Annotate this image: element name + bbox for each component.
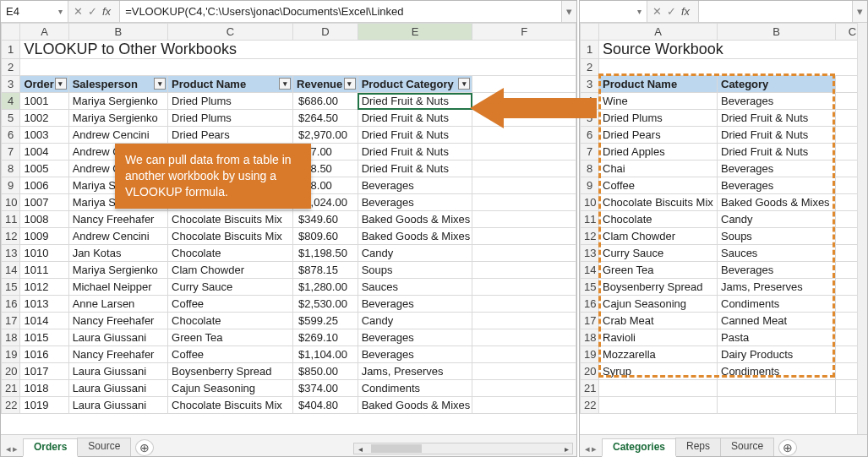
scroll-left-icon[interactable]: ◂ (354, 444, 366, 454)
fx-icon[interactable]: fx (681, 5, 693, 18)
cell-category[interactable]: Candy (718, 211, 836, 228)
cell-revenue[interactable]: 264.50 (293, 110, 358, 127)
cell-category[interactable]: Dried Fruit & Nuts (358, 110, 472, 127)
cell-order[interactable]: 1015 (20, 329, 68, 346)
fx-icon[interactable]: fx (102, 5, 114, 18)
cell-product[interactable]: Coffee (168, 296, 293, 313)
row-header[interactable]: 2 (2, 59, 20, 76)
cell-order[interactable]: 1001 (20, 93, 68, 110)
col-header-B[interactable]: B (718, 24, 836, 41)
cell-revenue[interactable]: 269.10 (293, 329, 358, 346)
row-header[interactable]: 15 (581, 279, 599, 296)
cell-category[interactable]: Jams, Preserves (358, 363, 472, 380)
filter-dropdown-icon[interactable]: ▾ (154, 78, 166, 90)
cell[interactable] (20, 59, 576, 76)
cell-category[interactable]: Baked Goods & Mixes (358, 211, 472, 228)
row-header[interactable]: 10 (581, 194, 599, 211)
row-header[interactable]: 20 (581, 363, 599, 380)
row-header[interactable]: 7 (581, 144, 599, 160)
row-header[interactable]: 7 (2, 144, 20, 160)
cell-category[interactable]: Dried Fruit & Nuts (718, 144, 836, 160)
cell-category[interactable]: Sauces (718, 245, 836, 262)
cancel-icon[interactable]: ✕ (652, 5, 662, 18)
cell-product[interactable]: Syrup (599, 363, 718, 380)
table-header[interactable]: Product Category▾ (358, 76, 472, 93)
cell-salesperson[interactable]: Mariya Sergienko (68, 110, 167, 127)
cell[interactable] (472, 262, 576, 279)
cell[interactable] (472, 144, 576, 160)
row-header[interactable]: 19 (581, 346, 599, 363)
cell[interactable] (472, 313, 576, 329)
page-title[interactable]: VLOOKUP to Other Workbooks (20, 41, 576, 59)
formula-input[interactable] (699, 1, 852, 22)
horizontal-scrollbar[interactable]: ◂ ▸ (353, 443, 573, 454)
tab-nav[interactable]: ◂ ▸ (583, 443, 602, 456)
select-all-cell[interactable] (581, 24, 599, 41)
filter-dropdown-icon[interactable]: ▾ (55, 78, 67, 90)
name-box-dropdown-icon[interactable]: ▾ (637, 7, 641, 16)
cell-salesperson[interactable]: Andrew Cencini (68, 127, 167, 144)
table-header[interactable]: Product Name▾ (168, 76, 293, 93)
tab-orders[interactable]: Orders (23, 438, 78, 457)
cell-product[interactable]: Wine (599, 93, 718, 110)
cell-category[interactable]: Candy (358, 245, 472, 262)
row-header[interactable]: 20 (2, 363, 20, 380)
cell[interactable] (472, 194, 576, 211)
row-header[interactable]: 14 (2, 262, 20, 279)
cell-product[interactable]: Chocolate (599, 211, 718, 228)
col-header-B[interactable]: B (68, 24, 167, 41)
col-header-C[interactable]: C (168, 24, 293, 41)
cell[interactable] (472, 160, 576, 177)
cell-category[interactable]: Beverages (358, 346, 472, 363)
cell-category[interactable]: Jams, Preserves (718, 279, 836, 296)
cell-product[interactable]: Green Tea (168, 329, 293, 346)
cell[interactable] (599, 397, 718, 414)
row-header[interactable]: 6 (2, 127, 20, 144)
row-header[interactable]: 17 (581, 313, 599, 329)
row-header[interactable]: 9 (2, 177, 20, 194)
row-header[interactable]: 12 (581, 228, 599, 245)
cell-category[interactable]: Dried Fruit & Nuts (358, 93, 472, 110)
cell[interactable] (472, 177, 576, 194)
cell-category[interactable]: Dried Fruit & Nuts (358, 127, 472, 144)
cell-order[interactable]: 1007 (20, 194, 68, 211)
page-title[interactable]: Source Workbook (599, 41, 868, 59)
cell[interactable] (472, 228, 576, 245)
cell-category[interactable]: Condiments (358, 380, 472, 397)
col-header-F[interactable]: F (472, 24, 576, 41)
tab-prev-icon[interactable]: ◂ (585, 443, 590, 454)
cell-product[interactable]: Dried Plums (168, 110, 293, 127)
cell-salesperson[interactable]: Nancy Freehafer (68, 313, 167, 329)
tab-source[interactable]: Source (77, 438, 131, 456)
row-header[interactable]: 3 (2, 76, 20, 93)
tab-prev-icon[interactable]: ◂ (6, 443, 11, 454)
cell[interactable] (472, 279, 576, 296)
cell-category[interactable]: Pasta (718, 329, 836, 346)
formula-expand-icon[interactable]: ▾ (561, 1, 576, 22)
cell-category[interactable]: Beverages (718, 160, 836, 177)
table-header[interactable]: Order▾ (20, 76, 68, 93)
row-header[interactable]: 11 (581, 211, 599, 228)
tab-next-icon[interactable]: ▸ (13, 443, 18, 454)
cell-product[interactable]: Ravioli (599, 329, 718, 346)
row-header[interactable]: 15 (2, 279, 20, 296)
cell-product[interactable]: Cajun Seasoning (599, 296, 718, 313)
table-header[interactable]: Product Name (599, 76, 718, 93)
row-header[interactable]: 14 (581, 262, 599, 279)
cell-salesperson[interactable]: Laura Giussani (68, 380, 167, 397)
scroll-right-icon[interactable]: ▸ (560, 444, 572, 454)
col-header-E[interactable]: E (358, 24, 472, 41)
cell-product[interactable]: Green Tea (599, 262, 718, 279)
row-header[interactable]: 22 (581, 397, 599, 414)
tab-reps[interactable]: Reps (675, 438, 721, 456)
name-box-dropdown-icon[interactable]: ▾ (58, 7, 63, 16)
cell-revenue[interactable]: 2,530.00 (293, 296, 358, 313)
cell-order[interactable]: 1004 (20, 144, 68, 160)
cell[interactable] (472, 329, 576, 346)
cell-category[interactable]: Candy (358, 313, 472, 329)
cell[interactable] (472, 397, 576, 414)
cell-order[interactable]: 1017 (20, 363, 68, 380)
cell-category[interactable]: Sauces (358, 279, 472, 296)
cell-product[interactable]: Mozzarella (599, 346, 718, 363)
col-header-D[interactable]: D (293, 24, 358, 41)
